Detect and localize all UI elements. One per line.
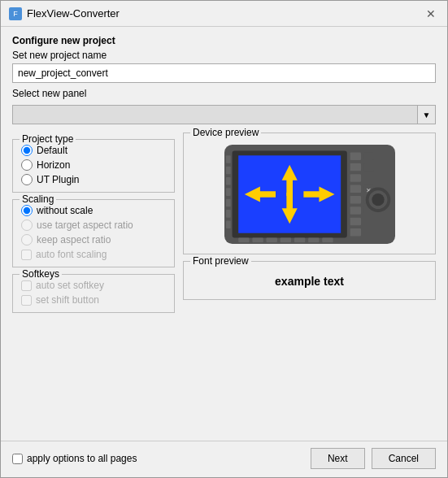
svg-rect-36 xyxy=(225,210,230,218)
font-preview-box: Font preview example text xyxy=(183,261,436,300)
dialog-body: Configure new project Set new project na… xyxy=(1,27,447,441)
svg-rect-32 xyxy=(225,167,230,175)
panel-select[interactable]: ▼ xyxy=(12,105,436,124)
svg-rect-26 xyxy=(266,237,276,242)
device-container: ✕ xyxy=(190,141,428,247)
apply-options-label: apply options to all pages xyxy=(27,453,137,464)
window-title: FlexView-Converter xyxy=(27,7,120,20)
footer-left: apply options to all pages xyxy=(12,453,137,464)
radio-target-aspect[interactable] xyxy=(21,219,33,231)
svg-rect-12 xyxy=(350,206,360,215)
cancel-button[interactable]: Cancel xyxy=(372,448,436,469)
checkbox-auto-softkey-label: auto set softkey xyxy=(36,280,104,291)
radio-row-utplugin: UT Plugin xyxy=(21,174,166,185)
softkeys-group: Softkeys auto set softkey set shift butt… xyxy=(12,274,175,313)
radio-row-target-aspect: use target aspect ratio xyxy=(21,219,166,231)
device-svg: ✕ xyxy=(224,141,395,247)
checkbox-auto-softkey[interactable] xyxy=(21,280,32,291)
panel-label: Select new panel xyxy=(12,88,436,99)
radio-without-scale[interactable] xyxy=(21,205,33,216)
radio-row-keep-aspect: keep aspect ratio xyxy=(21,234,166,246)
svg-rect-11 xyxy=(350,196,360,204)
checkbox-auto-font-label: auto font scaling xyxy=(36,249,107,260)
checkbox-shift-button[interactable] xyxy=(21,295,32,306)
checkbox-shift-button-label: set shift button xyxy=(36,294,99,306)
dialog-window: F FlexView-Converter ✕ Configure new pro… xyxy=(0,0,448,478)
project-type-label: Project type xyxy=(20,133,76,145)
checkbox-row-auto-font: auto font scaling xyxy=(21,249,166,260)
left-panel: Project type Default Horizon UT Plugin xyxy=(12,133,175,432)
svg-rect-7 xyxy=(350,152,360,160)
configure-section-label: Configure new project xyxy=(12,35,436,46)
checkbox-auto-font[interactable] xyxy=(21,250,32,260)
right-panel: Device preview xyxy=(183,133,436,432)
radio-default-label: Default xyxy=(37,145,67,156)
next-button[interactable]: Next xyxy=(311,448,365,469)
svg-rect-27 xyxy=(280,237,290,242)
radio-target-aspect-label: use target aspect ratio xyxy=(37,219,133,231)
font-preview-label: Font preview xyxy=(190,255,251,267)
svg-rect-15 xyxy=(363,152,372,160)
checkbox-row-shift-button: set shift button xyxy=(21,294,166,306)
svg-rect-10 xyxy=(350,185,360,193)
radio-row-default: Default xyxy=(21,145,166,156)
checkbox-apply-options[interactable] xyxy=(12,454,23,464)
svg-rect-9 xyxy=(350,174,360,182)
svg-rect-24 xyxy=(238,237,249,242)
softkeys-label: Softkeys xyxy=(20,268,62,280)
svg-rect-37 xyxy=(225,220,230,228)
radio-utplugin-label: UT Plugin xyxy=(37,174,79,185)
svg-rect-25 xyxy=(252,237,263,242)
svg-point-23 xyxy=(372,193,384,206)
footer-buttons: Next Cancel xyxy=(311,448,436,469)
chevron-down-icon[interactable]: ▼ xyxy=(417,106,435,124)
svg-rect-29 xyxy=(308,237,319,242)
svg-rect-28 xyxy=(294,237,304,242)
svg-rect-34 xyxy=(225,188,230,196)
scaling-label: Scaling xyxy=(20,193,56,205)
project-name-label: Set new project name xyxy=(12,50,436,61)
project-type-group: Project type Default Horizon UT Plugin xyxy=(12,139,175,193)
svg-rect-33 xyxy=(225,177,230,185)
radio-without-scale-label: without scale xyxy=(37,205,93,216)
checkbox-row-auto-softkey: auto set softkey xyxy=(21,280,166,291)
radio-row-without-scale: without scale xyxy=(21,205,166,216)
font-preview-text: example text xyxy=(190,267,428,293)
radio-horizon[interactable] xyxy=(21,159,33,171)
main-content: Project type Default Horizon UT Plugin xyxy=(12,133,436,432)
footer: apply options to all pages Next Cancel xyxy=(1,441,447,477)
svg-rect-35 xyxy=(225,199,230,207)
svg-rect-8 xyxy=(350,163,360,172)
svg-rect-14 xyxy=(350,228,360,237)
svg-rect-30 xyxy=(322,237,333,242)
svg-rect-16 xyxy=(363,163,372,172)
svg-rect-31 xyxy=(225,155,230,163)
close-button[interactable]: ✕ xyxy=(423,6,439,22)
radio-horizon-label: Horizon xyxy=(37,159,70,171)
svg-rect-13 xyxy=(350,218,360,226)
radio-row-horizon: Horizon xyxy=(21,159,166,171)
radio-keep-aspect-label: keep aspect ratio xyxy=(37,234,111,246)
scaling-group: Scaling without scale use target aspect … xyxy=(12,199,175,267)
radio-keep-aspect[interactable] xyxy=(21,234,33,246)
project-name-input[interactable] xyxy=(12,63,436,83)
radio-utplugin[interactable] xyxy=(21,174,33,185)
radio-default[interactable] xyxy=(21,145,33,156)
device-preview-label: Device preview xyxy=(190,127,261,138)
panel-select-value xyxy=(13,106,417,124)
title-bar-left: F FlexView-Converter xyxy=(9,7,120,20)
title-bar: F FlexView-Converter ✕ xyxy=(1,1,447,27)
device-preview-box: Device preview xyxy=(183,133,436,254)
app-icon: F xyxy=(9,7,22,20)
